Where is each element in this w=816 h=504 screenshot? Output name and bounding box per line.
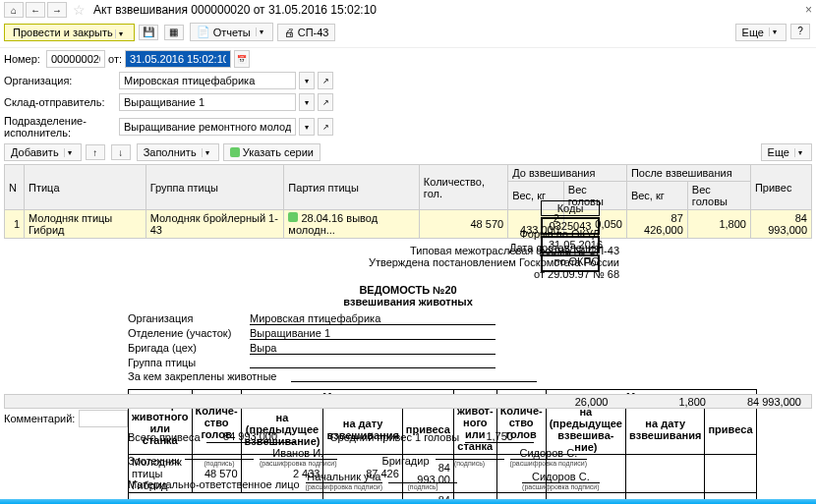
fill-button[interactable]: Заполнить▾ xyxy=(137,143,219,161)
date-label: от: xyxy=(108,53,122,65)
help-icon[interactable]: ? xyxy=(790,24,810,39)
pod-label: Подразделение-исполнитель: xyxy=(4,115,116,139)
grid-totals: 26,0001,80084 993,000 xyxy=(4,394,812,409)
skl-label: Склад-отправитель: xyxy=(4,96,116,108)
org-dd-icon[interactable]: ▾ xyxy=(299,72,315,89)
save-icon[interactable]: 💾 xyxy=(139,25,158,40)
close-icon[interactable]: × xyxy=(805,3,812,17)
more-button[interactable]: Еще▾ xyxy=(735,24,787,41)
post-icon[interactable]: ▦ xyxy=(164,25,184,40)
doc-title: ВЕДОМОСТЬ №20 xyxy=(128,284,688,296)
org-open-icon[interactable]: ↗ xyxy=(318,72,333,89)
taskbar xyxy=(0,499,816,504)
comment-input[interactable] xyxy=(79,410,128,427)
star-icon[interactable]: ☆ xyxy=(73,2,86,18)
skl-input[interactable] xyxy=(119,93,296,111)
skl-open-icon[interactable]: ↗ xyxy=(318,93,333,111)
down-icon[interactable]: ↓ xyxy=(111,144,131,160)
num-input[interactable] xyxy=(46,50,105,68)
num-label: Номер: xyxy=(4,53,43,65)
fwd-icon[interactable]: → xyxy=(47,2,67,18)
back-icon[interactable]: ← xyxy=(26,2,45,18)
skl-dd-icon[interactable]: ▾ xyxy=(299,93,315,111)
org-input[interactable] xyxy=(119,72,296,89)
series-button[interactable]: Указать серии xyxy=(223,143,321,161)
doc-subtitle: взвешивания животных xyxy=(128,296,688,308)
post-close-button[interactable]: Провести и закрыть▾ xyxy=(4,24,135,41)
add-button[interactable]: Добавить▾ xyxy=(4,143,82,161)
pod-dd-icon[interactable]: ▾ xyxy=(299,118,315,136)
calendar-icon[interactable]: 📅 xyxy=(234,50,250,68)
pod-input[interactable] xyxy=(119,118,296,136)
kody-label: Коды xyxy=(541,200,600,216)
home-icon[interactable]: ⌂ xyxy=(4,2,24,18)
reports-button[interactable]: 📄Отчеты▾ xyxy=(190,23,273,41)
main-grid[interactable]: N Птица Группа птицы Партия птицы Количе… xyxy=(4,164,812,239)
date-input[interactable] xyxy=(125,50,231,68)
table-row[interactable]: 1 Молодняк птицы Гибрид Молодняк бройлер… xyxy=(5,210,812,239)
more2-button[interactable]: Еще▾ xyxy=(761,143,812,161)
window-title: Акт взвешивания 000000020 от 31.05.2016 … xyxy=(93,3,377,17)
up-icon[interactable]: ↑ xyxy=(86,144,105,160)
org-label: Организация: xyxy=(4,75,116,86)
pod-open-icon[interactable]: ↗ xyxy=(318,118,333,136)
comment-label: Комментарий: xyxy=(4,413,75,424)
sp43-button[interactable]: 🖨СП-43 xyxy=(277,24,336,41)
